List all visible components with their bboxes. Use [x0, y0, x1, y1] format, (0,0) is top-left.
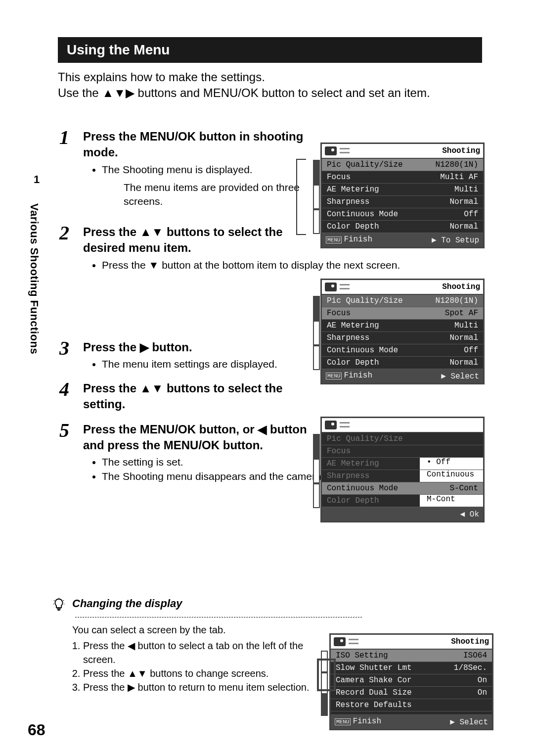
menu-row: ISO SettingISO64 [331, 650, 492, 662]
step-number: 2 [59, 221, 69, 244]
setup-icon [349, 638, 358, 646]
left-arrow-icon: ◀ [460, 510, 465, 519]
text: Press the [83, 381, 140, 395]
menu-row: Pic Quality/SizeN1280(1N) [322, 159, 483, 171]
text: Press the [83, 340, 140, 354]
menu-rows: ISO SettingISO64Slow Shutter Lmt1/8Sec.C… [331, 650, 492, 715]
text: Ok [470, 510, 479, 519]
menu-row: Focus [322, 445, 483, 458]
text: Press the [83, 668, 128, 679]
chapter-sidebar: 1 Various Shooting Functions [28, 173, 45, 450]
menu-item-value: Multi AF [440, 173, 478, 182]
menu-item-value: Off [464, 346, 478, 355]
menu-item-label: AE Metering [327, 459, 379, 468]
text: Finish [344, 235, 372, 244]
menu-item-value: Multi [454, 185, 478, 194]
menu-item-value: Off [464, 210, 478, 219]
menu-item-label: Sharpness [327, 472, 369, 480]
menu-row: FocusSpot AF [322, 307, 483, 320]
step-heading: Press the button. [83, 339, 311, 355]
tip-item: Press the button to select a tab on the … [83, 639, 314, 666]
text: Press the [83, 640, 128, 651]
divider [75, 617, 362, 617]
menu-item-label: Pic Quality/Size [327, 296, 403, 305]
step-body: The menu item settings are displayed. [93, 357, 306, 371]
menu-row: Continuous ModeOff [322, 344, 483, 357]
down-arrow-icon [149, 259, 159, 271]
menu-tabbar: Shooting [322, 144, 483, 159]
text: Select [459, 718, 488, 727]
right-arrow-icon: ▶ [432, 236, 437, 245]
intro-line-2: Use the buttons and MENU/OK button to se… [58, 85, 473, 101]
menu-footer: MENUFinish ▶ To Setup [322, 233, 483, 247]
menu-item-label: Continuous Mode [327, 484, 398, 493]
text: To Setup [441, 236, 479, 245]
down-arrow-icon [137, 668, 147, 679]
text: Use the [58, 86, 102, 99]
chapter-number: 1 [28, 173, 45, 186]
camera-menu-screenshot-4: Shooting ISO SettingISO64Slow Shutter Lm… [329, 633, 493, 730]
menu-title: Shooting [442, 283, 480, 291]
menu-item-label: Sharpness [327, 197, 369, 206]
menu-row: Pic Quality/Size [322, 433, 483, 445]
menu-item-value: Continuous [420, 470, 483, 482]
menu-item-label: AE Metering [327, 185, 379, 194]
menu-item-value: M-Cont [420, 495, 483, 507]
text: Select [450, 372, 479, 381]
menu-item-label: Color Depth [327, 358, 379, 367]
menu-item-label: Continuous Mode [327, 210, 398, 219]
menu-item-value: ISO64 [463, 651, 487, 660]
section-header: Using the Menu [58, 37, 482, 63]
text: buttons and MENU/OK button to select and… [134, 86, 430, 99]
menu-footer: MENUFinish ▶ Select [322, 369, 483, 383]
menu-tag: MENU [335, 718, 351, 725]
page-number: 68 [28, 721, 45, 739]
menu-title: Shooting [442, 146, 480, 155]
setup-icon [340, 283, 350, 291]
text: buttons to change screens. [147, 668, 269, 679]
tab-highlight-box [317, 659, 336, 691]
menu-row: SharpnessNormal [322, 196, 483, 208]
menu-row: Camera Shake CorOn [331, 674, 492, 687]
menu-tabbar: Shooting [331, 635, 492, 650]
menu-row: Pic Quality/SizeN1280(1N) [322, 295, 483, 307]
tip-item: Press the button to return to menu item … [83, 680, 314, 694]
menu-item-label: Slow Shutter Lmt [336, 663, 412, 672]
right-arrow-icon [126, 86, 134, 99]
text: Press the [83, 225, 140, 238]
menu-item-value: Normal [449, 333, 478, 342]
menu-rows: Pic Quality/SizeFocusAE Metering• OffSha… [322, 433, 483, 507]
left-arrow-icon [258, 423, 267, 436]
menu-row: AE MeteringMulti [322, 320, 483, 332]
menu-item-value: N1280(1N) [436, 160, 478, 169]
scroll-indicator [313, 296, 320, 370]
scroll-indicator [313, 434, 320, 508]
menu-tag: MENU [326, 373, 342, 379]
intro-line-1: This explains how to make the settings. [58, 69, 473, 85]
text: You can select a screen by the tab. [72, 623, 314, 637]
menu-footer: ◀ Ok [322, 507, 483, 521]
menu-item-label: Record Dual Size [336, 688, 412, 697]
menu-item-value: • Off [420, 458, 483, 470]
setup-icon [340, 421, 350, 429]
bullet: The menu item settings are displayed. [102, 357, 306, 371]
manual-page: Using the Menu This explains how to make… [0, 0, 534, 756]
right-arrow-icon [128, 682, 135, 693]
step-number: 3 [59, 336, 69, 360]
right-arrow-icon: ▶ [441, 372, 446, 381]
menu-row: Color DepthNormal [322, 221, 483, 233]
menu-item-label: Color Depth [327, 496, 379, 505]
menu-item-label: Focus [327, 309, 351, 318]
menu-item-value: Normal [449, 358, 478, 367]
scroll-indicator [313, 160, 320, 234]
up-arrow-icon [128, 668, 137, 679]
down-arrow-icon [152, 381, 164, 395]
camera-icon [334, 637, 346, 646]
menu-item-value: 1/8Sec. [454, 663, 487, 672]
menu-row: Restore Defaults [331, 699, 492, 711]
step-number: 4 [59, 378, 69, 401]
step-number: 1 [59, 126, 69, 149]
menu-item-value: Normal [449, 197, 478, 206]
text: Press the MENU/OK button, or [83, 423, 258, 436]
menu-item-value: Spot AF [445, 309, 478, 318]
